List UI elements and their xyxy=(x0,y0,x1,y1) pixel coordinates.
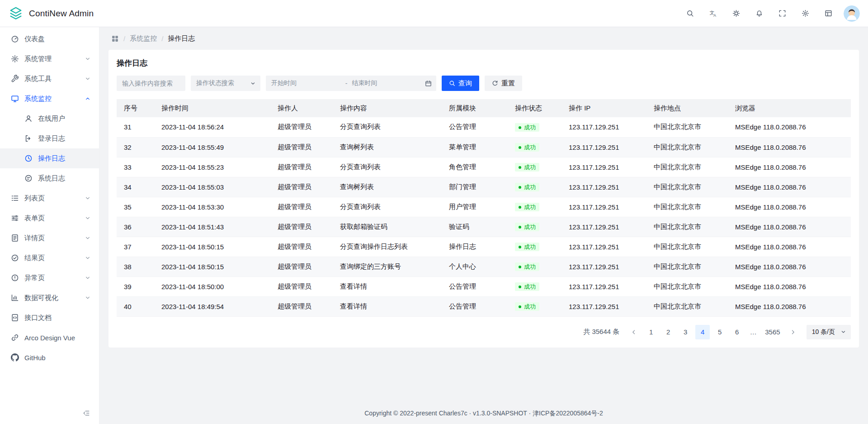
avatar[interactable] xyxy=(844,5,860,22)
query-button[interactable]: 查询 xyxy=(442,76,479,91)
page-button[interactable]: 2 xyxy=(661,325,675,339)
theme-toggle-button[interactable] xyxy=(728,6,744,21)
page-button[interactable]: 3 xyxy=(678,325,693,339)
search-icon xyxy=(686,10,694,17)
cell-ip: 123.117.129.251 xyxy=(561,197,646,217)
sidebar-item-form-page[interactable]: 表单页 xyxy=(0,208,99,228)
cell-browser: MSEdge 118.0.2088.76 xyxy=(728,296,851,316)
content-search-input[interactable] xyxy=(117,76,185,91)
cell-time: 2023-11-04 18:56:24 xyxy=(154,117,270,137)
sidebar-item-login-log[interactable]: 登录日志 xyxy=(0,129,99,148)
main-content: / 系统监控 / 操作日志 操作日志 操作状态搜索 开始时间 xyxy=(99,27,868,424)
cell-content: 分页查询操作日志列表 xyxy=(333,237,442,257)
date-range-picker[interactable]: 开始时间 - 结束时间 xyxy=(266,76,436,91)
chevron-up-icon xyxy=(85,95,91,102)
cell-ip: 123.117.129.251 xyxy=(561,276,646,296)
cell-status: 成功 xyxy=(508,217,561,237)
page-button[interactable]: 1 xyxy=(644,325,658,339)
query-button-label: 查询 xyxy=(458,79,472,88)
reset-button-label: 重置 xyxy=(501,79,515,88)
cell-operator: 超级管理员 xyxy=(270,217,333,237)
sidebar-item-operation-log[interactable]: 操作日志 xyxy=(0,148,99,168)
sidebar-item-system-management[interactable]: 系统管理 xyxy=(0,49,99,69)
chevron-down-icon xyxy=(250,81,256,86)
tools-icon xyxy=(11,75,19,83)
sidebar-item-arco-design-vue[interactable]: Arco Design Vue xyxy=(0,328,99,348)
sidebar-collapse-button[interactable] xyxy=(81,408,92,419)
login-log-icon xyxy=(24,134,33,143)
fullscreen-button[interactable] xyxy=(774,6,790,21)
next-page-button[interactable] xyxy=(786,325,800,339)
sidebar-item-online-users[interactable]: 在线用户 xyxy=(0,109,99,129)
monitor-icon xyxy=(11,95,19,103)
cell-location: 中国北京北京市 xyxy=(646,177,728,197)
logo-area[interactable]: ContiNew Admin xyxy=(8,6,94,21)
status-dot-icon xyxy=(519,305,521,308)
cell-location: 中国北京北京市 xyxy=(646,237,728,257)
chevron-down-icon xyxy=(85,195,91,201)
page-button[interactable]: 5 xyxy=(712,325,727,339)
cell-module: 部门管理 xyxy=(442,177,508,197)
sidebar-item-result-page[interactable]: 结果页 xyxy=(0,248,99,268)
sidebar-item-detail-page[interactable]: 详情页 xyxy=(0,228,99,248)
sidebar-item-system-monitor[interactable]: 系统监控 xyxy=(0,89,99,109)
operation-log-card: 操作日志 操作状态搜索 开始时间 - 结束时间 xyxy=(108,50,859,348)
reset-button[interactable]: 重置 xyxy=(485,76,522,91)
sidebar-item-exception-page[interactable]: 异常页 xyxy=(0,268,99,288)
cell-location: 中国北京北京市 xyxy=(646,296,728,316)
top-bar: ContiNew Admin 文 A xyxy=(0,0,868,27)
breadcrumb-item-system-monitor[interactable]: 系统监控 xyxy=(130,34,157,43)
cell-time: 2023-11-04 18:55:49 xyxy=(154,137,270,157)
sidebar-item-system-tools[interactable]: 系统工具 xyxy=(0,69,99,89)
settings-button[interactable] xyxy=(797,6,813,21)
sidebar-item-dashboard[interactable]: 仪表盘 xyxy=(0,29,99,49)
page-size-select[interactable]: 10 条/页 xyxy=(807,325,851,339)
cell-content: 查询绑定的三方账号 xyxy=(333,257,442,276)
page-ellipsis[interactable]: … xyxy=(747,325,760,339)
prev-page-button[interactable] xyxy=(627,325,641,339)
search-button[interactable] xyxy=(682,6,698,21)
sidebar-item-github[interactable]: GitHub xyxy=(0,348,99,367)
apps-grid-icon[interactable] xyxy=(111,35,119,43)
status-text: 成功 xyxy=(524,124,536,130)
cell-ip: 123.117.129.251 xyxy=(561,137,646,157)
status-text: 成功 xyxy=(524,164,536,170)
status-text: 成功 xyxy=(524,224,536,230)
status-badge: 成功 xyxy=(515,203,539,211)
page-button[interactable]: 6 xyxy=(730,325,744,339)
page-button-current[interactable]: 4 xyxy=(695,325,710,339)
status-badge: 成功 xyxy=(515,143,539,152)
api-doc-icon xyxy=(11,314,19,322)
page-button[interactable]: 3565 xyxy=(762,325,783,339)
cell-status: 成功 xyxy=(508,117,561,137)
cell-status: 成功 xyxy=(508,137,561,157)
dashboard-icon xyxy=(11,35,19,43)
svg-text:A: A xyxy=(713,13,716,17)
document-icon xyxy=(11,234,19,242)
notifications-button[interactable] xyxy=(751,6,767,21)
topbar-actions: 文 A xyxy=(675,5,860,22)
cell-operator: 超级管理员 xyxy=(270,276,333,296)
sidebar-item-system-log[interactable]: 系统日志 xyxy=(0,168,99,188)
sidebar-item-list-page[interactable]: 列表页 xyxy=(0,188,99,208)
layout-button[interactable] xyxy=(821,6,836,21)
sidebar-item-label: 系统监控 xyxy=(24,95,52,103)
chevron-down-icon xyxy=(85,295,91,301)
status-badge: 成功 xyxy=(515,282,539,291)
cell-content: 分页查询列表 xyxy=(333,117,442,137)
cell-ip: 123.117.129.251 xyxy=(561,237,646,257)
sidebar-item-data-visualization[interactable]: 数据可视化 xyxy=(0,288,99,308)
breadcrumb-separator: / xyxy=(161,35,163,43)
cell-operator: 超级管理员 xyxy=(270,296,333,316)
chevron-down-icon xyxy=(85,235,91,241)
sidebar-item-label: 详情页 xyxy=(24,234,45,243)
cell-index: 35 xyxy=(117,197,154,217)
cell-browser: MSEdge 118.0.2088.76 xyxy=(728,276,851,296)
language-button[interactable]: 文 A xyxy=(705,6,721,21)
sidebar-item-label: 操作日志 xyxy=(38,154,65,163)
status-select[interactable]: 操作状态搜索 xyxy=(191,76,260,91)
table-row: 37 2023-11-04 18:50:15 超级管理员 分页查询操作日志列表 … xyxy=(117,237,851,257)
cell-operator: 超级管理员 xyxy=(270,157,333,177)
sidebar-item-api-doc[interactable]: 接口文档 xyxy=(0,308,99,328)
copyright-footer: Copyright © 2022-present Charles7c · v1.… xyxy=(99,402,868,424)
